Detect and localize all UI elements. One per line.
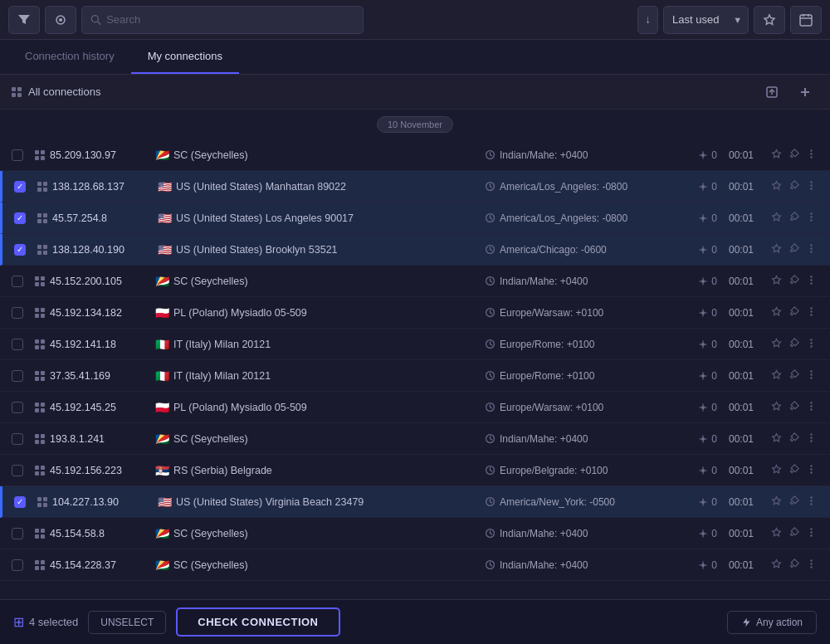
row-grid-icon (35, 434, 45, 444)
row-count-value: 0 (711, 212, 717, 224)
row-pin-icon[interactable] (787, 525, 801, 542)
table-row[interactable]: 45.192.134.182 🇵🇱 PL (Poland) Mysiadlo 0… (0, 297, 830, 329)
row-grid-icon-wrap: 45.154.58.8 (35, 528, 155, 539)
row-pin-icon[interactable] (787, 399, 801, 416)
row-more-icon[interactable] (804, 242, 818, 258)
row-favorite-icon[interactable] (769, 178, 784, 195)
svg-point-15 (810, 153, 812, 154)
filter-button[interactable] (8, 6, 40, 34)
row-more-icon[interactable] (804, 462, 818, 479)
row-checkbox[interactable] (12, 559, 23, 571)
sort-direction-button[interactable]: ↓ (637, 6, 658, 34)
row-more-icon[interactable] (804, 431, 818, 447)
table-row[interactable]: ✓ 104.227.13.90 🇺🇸 US (United States) Vi… (0, 486, 830, 518)
row-pin-icon[interactable] (787, 462, 801, 479)
row-ip: 85.209.130.97 (50, 149, 116, 161)
row-favorite-icon[interactable] (769, 368, 784, 384)
table-row[interactable]: ✓ 138.128.68.137 🇺🇸 US (United States) M… (0, 171, 830, 202)
grid-icon (12, 87, 22, 97)
row-more-icon[interactable] (804, 399, 818, 416)
table-row[interactable]: 45.154.228.37 🇸🇨 SC (Seychelles) Indian/… (0, 549, 830, 581)
row-checkbox[interactable]: ✓ (14, 181, 26, 193)
row-favorite-icon[interactable] (769, 557, 784, 573)
row-pin-icon[interactable] (787, 336, 801, 353)
table-row[interactable]: ✓ 45.57.254.8 🇺🇸 US (United States) Los … (0, 202, 830, 234)
row-more-icon[interactable] (804, 525, 818, 542)
row-more-icon[interactable] (804, 210, 818, 227)
row-pin-icon[interactable] (787, 368, 801, 384)
row-favorite-icon[interactable] (769, 494, 784, 510)
table-row[interactable]: 193.8.1.241 🇸🇨 SC (Seychelles) Indian/Ma… (0, 423, 830, 455)
table-row[interactable]: 45.192.145.25 🇵🇱 PL (Poland) Mysiadlo 05… (0, 392, 830, 423)
row-more-icon[interactable] (804, 273, 818, 290)
row-checkbox-wrap (12, 559, 35, 571)
row-favorite-icon[interactable] (769, 399, 784, 416)
row-checkbox[interactable] (12, 433, 23, 445)
search-input[interactable] (106, 13, 354, 26)
row-checkbox[interactable] (12, 528, 23, 539)
sort-select[interactable]: Last usedFirst usedIP addressLocation (663, 6, 749, 34)
row-more-icon[interactable] (804, 368, 818, 384)
row-favorite-icon[interactable] (769, 336, 784, 353)
row-pin-icon[interactable] (787, 147, 801, 163)
row-checkbox-wrap (12, 339, 35, 350)
table-row[interactable]: 37.35.41.169 🇮🇹 IT (Italy) Milan 20121 E… (0, 360, 830, 392)
table-row[interactable]: 45.192.141.18 🇮🇹 IT (Italy) Milan 20121 … (0, 329, 830, 360)
row-checkbox[interactable]: ✓ (14, 244, 26, 256)
row-favorite-icon[interactable] (769, 242, 784, 258)
tab-my-connections[interactable]: My connections (131, 40, 239, 74)
row-favorite-icon[interactable] (769, 462, 784, 479)
any-action-button[interactable]: Any action (727, 611, 817, 634)
row-more-icon[interactable] (804, 305, 818, 321)
table-row[interactable]: 45.192.156.223 🇷🇸 RS (Serbia) Belgrade E… (0, 455, 830, 486)
row-favorite-icon[interactable] (769, 210, 784, 227)
row-pin-icon[interactable] (787, 431, 801, 447)
row-more-icon[interactable] (804, 336, 818, 353)
row-checkbox[interactable]: ✓ (14, 496, 26, 508)
table-row[interactable]: 45.154.58.8 🇸🇨 SC (Seychelles) Indian/Ma… (0, 518, 830, 549)
svg-point-58 (702, 437, 705, 440)
row-checkbox[interactable] (12, 149, 23, 161)
row-favorite-icon[interactable] (769, 431, 784, 447)
row-checkbox[interactable]: ✓ (14, 212, 26, 224)
row-timezone-text: Europe/Warsaw: +0100 (500, 402, 603, 413)
row-pin-icon[interactable] (787, 305, 801, 321)
row-more-icon[interactable] (804, 494, 818, 510)
row-more-icon[interactable] (804, 557, 818, 573)
row-favorite-icon[interactable] (769, 147, 784, 163)
svg-point-49 (810, 370, 812, 372)
row-pin-icon[interactable] (787, 494, 801, 510)
row-time: 00:01 (717, 307, 759, 319)
calendar-button[interactable] (790, 6, 822, 34)
row-favorite-icon[interactable] (769, 273, 784, 290)
favorites-button[interactable] (754, 6, 785, 34)
row-pin-icon[interactable] (787, 210, 801, 227)
upload-button[interactable] (759, 82, 785, 102)
table-row[interactable]: ✓ 138.128.40.190 🇺🇸 US (United States) B… (0, 234, 830, 266)
row-time: 00:01 (717, 402, 759, 413)
add-button[interactable] (792, 82, 818, 102)
row-checkbox[interactable] (12, 370, 23, 382)
row-checkbox[interactable] (12, 339, 23, 350)
row-favorite-icon[interactable] (769, 305, 784, 321)
row-checkbox[interactable] (12, 307, 23, 319)
table-row[interactable]: 45.152.200.105 🇸🇨 SC (Seychelles) Indian… (0, 266, 830, 297)
row-timezone: America/New_York: -0500 (485, 496, 667, 508)
row-more-icon[interactable] (804, 178, 818, 195)
row-checkbox[interactable] (12, 276, 23, 287)
row-checkbox[interactable] (12, 465, 23, 476)
row-checkbox[interactable] (12, 402, 23, 413)
clock-icon (485, 149, 496, 160)
row-more-icon[interactable] (804, 147, 818, 163)
row-actions (759, 399, 818, 416)
check-connection-button[interactable]: CHECK CONNECTION (176, 607, 339, 637)
row-pin-icon[interactable] (787, 273, 801, 290)
magic-button[interactable] (45, 6, 76, 34)
tab-connection-history[interactable]: Connection history (8, 40, 131, 74)
row-favorite-icon[interactable] (769, 525, 784, 542)
table-row[interactable]: 85.209.130.97 🇸🇨 SC (Seychelles) Indian/… (0, 139, 830, 171)
unselect-button[interactable]: UNSELECT (88, 611, 166, 634)
row-pin-icon[interactable] (787, 557, 801, 573)
row-pin-icon[interactable] (787, 242, 801, 258)
row-pin-icon[interactable] (787, 178, 801, 195)
